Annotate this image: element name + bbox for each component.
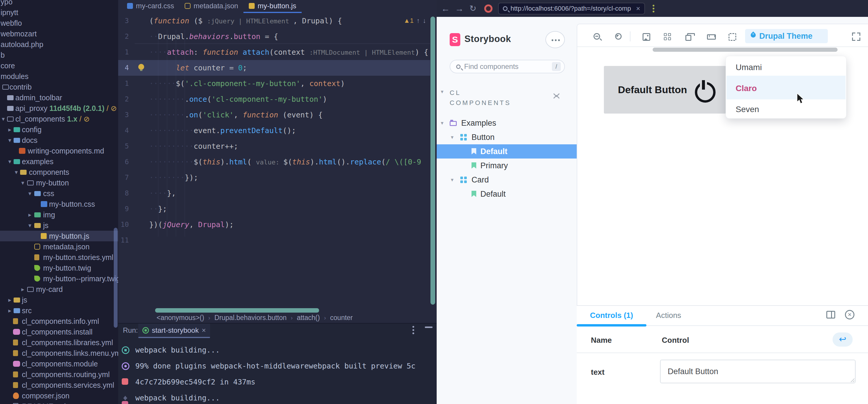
tree-item-my-button--primary.twig[interactable]: my-button--primary.twig [0,273,118,284]
chevron-icon[interactable]: ▾ [1,115,6,122]
background-icon[interactable] [643,33,650,41]
breadcrumb-item[interactable]: Drupal.behaviors.button [215,314,286,322]
tree-item-modules[interactable]: modules [0,71,118,82]
chevron-icon[interactable]: ▾ [451,177,454,183]
code-editor[interactable]: my-card.cssmetadata.jsonmy-button.js 3(f… [118,0,437,307]
sb-tree-examples[interactable]: ▾Examples [437,116,577,130]
tree-item-cl_components.install[interactable]: cl_components.install [0,326,118,337]
find-components-input[interactable]: Find components / [450,60,565,73]
sb-tree-button[interactable]: ▾Button [437,130,577,144]
menu-item-claro[interactable]: Claro [736,83,757,94]
tree-item-cl_components.services.yml[interactable]: cl_components.services.yml [0,380,118,391]
tree-item-cl_components.routing.yml[interactable]: cl_components.routing.yml [0,369,118,380]
chevron-icon[interactable]: ▸ [7,126,12,133]
measure-icon[interactable] [707,34,716,40]
run-tab-close-icon[interactable]: × [202,326,206,335]
forward-icon[interactable]: → [455,0,464,17]
chevron-icon[interactable]: ▾ [451,134,454,141]
section-chevron-icon[interactable]: ▾ [441,88,443,95]
tree-item-components[interactable]: ▾components [0,167,118,177]
storybook-menu-button[interactable] [546,31,565,48]
tree-item-cl_components[interactable]: ▾cl_components 1.x / ⊘ [0,114,118,124]
outline-icon[interactable] [728,33,736,41]
tree-item-composer.json[interactable]: composer.json [0,391,118,401]
tree-item-src[interactable]: ▸src [0,305,118,316]
editor-tab-metadata.json[interactable]: metadata.json [179,0,243,13]
tree-item-my-button.css[interactable]: my-button.css [0,199,118,209]
tree-item-writing-components.md[interactable]: writing-components.md [0,145,118,156]
tree-item-js[interactable]: ▾js [0,220,118,231]
chevron-icon[interactable]: ▾ [441,120,443,126]
tree-item-ypo[interactable]: ypo [0,0,118,7]
menu-item-umami[interactable]: Umami [736,61,762,73]
sb-tree-default[interactable]: Default [437,144,577,158]
tree-item-my-button.js[interactable]: my-button.js [0,231,118,241]
tree-item-autoload.php[interactable]: autoload.php [0,39,118,50]
inspection-widget[interactable]: ▲1 ↑ ↓ [404,17,426,25]
tab-controls[interactable]: Controls (1) [577,306,646,325]
zoom-out-icon[interactable] [593,33,600,40]
editor-tab-my-card.css[interactable]: my-card.css [122,0,179,13]
tree-item-my-button[interactable]: ▾my-button [0,177,118,188]
next-issue-icon[interactable]: ↓ [423,17,426,25]
console-icon-stop2[interactable] [122,401,128,404]
console-icon-stop[interactable] [122,378,128,385]
tree-item-README.md[interactable]: README.md [0,401,118,404]
console-icon-rerun[interactable] [122,346,129,354]
browser-menu-icon[interactable] [653,5,654,6]
run-minimize-icon[interactable] [425,326,433,328]
section-header[interactable]: CL COMPONENTS [450,88,521,108]
sb-tree-default[interactable]: Default [437,187,577,201]
prev-issue-icon[interactable]: ↑ [416,17,420,25]
preview-default-button[interactable]: Default Button [604,66,726,114]
console-icon-gear[interactable] [122,362,129,370]
tree-item-webflo[interactable]: webflo [0,18,118,28]
editor-vertical-scrollbar[interactable] [430,17,435,305]
chevron-icon[interactable]: ▸ [20,286,25,293]
tree-item-b[interactable]: b [0,50,118,60]
tree-item-api_proxy[interactable]: api_proxy 11d45f4b (2.0.1) / ⊘ [0,103,118,114]
breadcrumb-item[interactable]: counter [330,314,353,322]
tree-item-my-button.stories.yml[interactable]: my-button.stories.yml [0,252,118,263]
record-icon[interactable] [484,4,493,13]
editor-tab-my-button.js[interactable]: my-button.js [243,0,302,13]
tree-item-cl_components.libraries.yml[interactable]: cl_components.libraries.yml [0,337,118,348]
chevron-icon[interactable]: ▾ [7,137,12,144]
viewport-icon[interactable] [685,35,691,41]
tree-item-cl_components.module[interactable]: cl_components.module [0,358,118,369]
theme-selector[interactable]: Drupal Theme [745,29,828,43]
tree-item-cl_components.links.menu.yml[interactable]: cl_components.links.menu.yml [0,348,118,358]
panel-position-icon[interactable] [826,311,835,319]
toolbar-scrollbar[interactable] [653,48,838,52]
reload-icon[interactable]: ↻ [469,0,476,17]
editor-horizontal-scrollbar[interactable] [155,308,319,313]
tree-item-ipnytt[interactable]: ipnytt [0,7,118,18]
chevron-icon[interactable]: ▾ [20,179,25,186]
chevron-icon[interactable]: ▾ [27,190,32,197]
warning-count[interactable]: ▲1 [404,17,414,25]
chevron-icon[interactable]: ▸ [7,296,12,304]
tree-item-js[interactable]: ▸js [0,295,118,305]
tree-item-admin_toolbar[interactable]: admin_toolbar [0,92,118,103]
address-bar[interactable]: http://localhost:6006/?path=/story/cl-co… [498,3,645,15]
project-tree-scrollbar[interactable] [114,228,118,328]
tab-actions[interactable]: Actions [646,306,691,325]
tree-item-cl_components.info.yml[interactable]: cl_components.info.yml [0,316,118,326]
breadcrumb-item[interactable]: <anonymous>() [157,314,204,322]
text-control-input[interactable]: Default Button [660,359,856,383]
url-text[interactable]: http://localhost:6006/?path=/story/cl-co… [510,5,633,12]
tree-item-css[interactable]: ▾css [0,188,118,199]
grid-icon[interactable] [664,33,667,36]
tree-item-webmozart[interactable]: webmozart [0,28,118,39]
panel-close-icon[interactable]: × [845,310,855,319]
reset-controls-button[interactable]: ↩ [833,333,852,347]
tree-item-docs[interactable]: ▾docs [0,135,118,145]
chevron-icon[interactable]: ▾ [27,222,32,229]
back-icon[interactable]: ← [441,0,450,17]
tree-item-metadata.json[interactable]: metadata.json [0,241,118,252]
chevron-icon[interactable]: ▾ [13,169,19,176]
collapse-all-icon[interactable] [554,92,560,99]
tree-item-my-card[interactable]: ▸my-card [0,284,118,295]
tree-item-examples[interactable]: ▾examples [0,156,118,167]
chevron-icon[interactable]: ▸ [27,211,32,218]
